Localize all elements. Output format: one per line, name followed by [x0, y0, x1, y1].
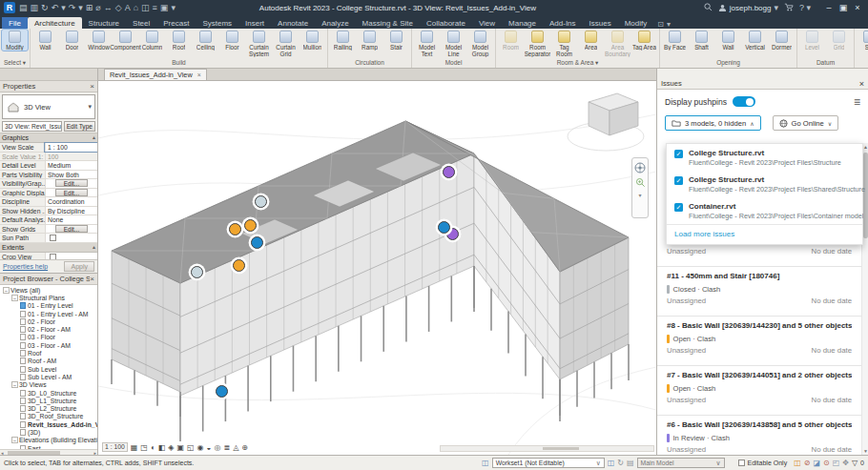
worksharing-display-icon[interactable]: ⊕ — [241, 443, 248, 452]
restore-button[interactable]: ▣ — [837, 3, 850, 12]
section-icon[interactable]: ◫ — [141, 2, 150, 13]
property-value-default-analys[interactable]: None — [45, 215, 97, 224]
tree-item-01-entry-level[interactable]: 01 - Entry Level — [0, 302, 97, 310]
drag-elements-on-selection-icon[interactable]: ✥ — [842, 459, 849, 468]
sun-path-icon[interactable]: ◐ — [151, 443, 155, 452]
property-value-view-scale[interactable]: 1 : 100 — [45, 143, 97, 152]
open-icon[interactable]: ▤ — [19, 2, 28, 13]
expander-icon[interactable]: − — [11, 381, 18, 388]
steering-wheel-icon[interactable] — [634, 162, 646, 174]
ribbon-button-set[interactable]: Set — [857, 30, 868, 51]
show-crop-region-icon[interactable]: ◱ — [187, 443, 195, 452]
print-icon[interactable]: ⊞ — [86, 2, 93, 13]
instance-selector[interactable]: 3D View: Revit_Issues_Ad∨ — [2, 121, 62, 132]
ribbon-tab-massing-site[interactable]: Massing & Site — [356, 17, 420, 29]
view-tab[interactable]: Revit_Issues_Add-in_View × — [104, 69, 207, 80]
cycle-ribbon-icon[interactable]: ⊡ — [657, 20, 664, 29]
ribbon-button-by-face[interactable]: By Face — [662, 30, 688, 51]
ribbon-button-dormer[interactable]: Dormer — [769, 30, 795, 51]
ribbon-tab-insert[interactable]: Insert — [238, 17, 271, 29]
redo-dropdown-icon[interactable]: ▾ — [78, 2, 83, 13]
ribbon-tab-precast[interactable]: Precast — [156, 17, 196, 29]
editable-only-checkbox[interactable] — [738, 460, 745, 466]
load-more-issues-link[interactable]: Load more issues — [667, 224, 862, 244]
reveal-hidden-elements-icon[interactable]: ◎ — [214, 443, 220, 452]
issue-card-11[interactable]: #11 - 450mm and Stair [180746]Closed · C… — [657, 267, 861, 317]
property-group-graphics[interactable]: Graphics▴ — [0, 133, 97, 143]
tree-item-03-floor-am[interactable]: 03 - Floor - AM — [0, 341, 97, 349]
edit-button-graphic-displa[interactable]: Edit... — [55, 189, 88, 196]
temporary-hide-isolate-icon[interactable]: ◒ — [207, 443, 212, 452]
ribbon-state-dropdown-icon[interactable]: ▾ — [667, 20, 671, 29]
checkbox-sun-path[interactable] — [50, 235, 56, 241]
ribbon-button-door[interactable]: Door — [59, 30, 85, 51]
ribbon-button-area[interactable]: Area — [578, 30, 604, 51]
property-value-parts-visibility[interactable]: Show Both — [45, 171, 97, 179]
visual-style-icon[interactable]: ◳ — [140, 443, 148, 452]
ribbon-button-column[interactable]: Column — [139, 30, 165, 51]
tree-item-views-all[interactable]: −Views (all) — [0, 286, 97, 294]
design-option-selector[interactable]: Main Model∨ — [637, 458, 725, 468]
workset-selector[interactable]: Workset1 (Not Editable)∨ — [492, 458, 605, 468]
filter-icon[interactable]: ▽ — [852, 459, 858, 467]
tag-icon[interactable]: ◇ — [115, 2, 122, 13]
ribbon-button-tag-area[interactable]: Tag Area — [631, 30, 657, 51]
type-selector[interactable]: 3D View ▾ — [2, 94, 95, 119]
model-checkbox[interactable]: ✓ — [674, 203, 683, 212]
ribbon-button-wall[interactable]: Wall — [32, 30, 58, 51]
model-row-container-rvt[interactable]: ✓Container.rvtFluent\College - Revit 202… — [667, 197, 862, 224]
issues-panel-close-icon[interactable]: × — [859, 79, 864, 89]
issue-pushpin-8[interactable] — [438, 221, 450, 234]
tree-item-revit-issues-add-in-v[interactable]: Revit_Issues_Add-in_V — [0, 420, 97, 428]
ribbon-tab-systems[interactable]: Systems — [196, 17, 238, 29]
tree-item-sub-level-am[interactable]: Sub Level - AM — [0, 373, 97, 380]
ribbon-button-mullion[interactable]: Mullion — [300, 30, 325, 51]
ribbon-button-component[interactable]: Component — [113, 30, 138, 51]
issue-pushpin-6[interactable] — [191, 266, 203, 278]
models-filter-button[interactable]: 3 models, 0 hidden ∧ — [665, 115, 761, 131]
search-icon[interactable] — [704, 3, 713, 13]
ribbon-tab-modify[interactable]: Modify — [618, 17, 654, 29]
navbar-dropdown-icon[interactable]: ▾ — [638, 192, 641, 198]
ribbon-button-model-text[interactable]: Model Text — [414, 30, 440, 57]
ribbon-tab-structure[interactable]: Structure — [82, 17, 126, 29]
ribbon-tab-annotate[interactable]: Annotate — [271, 17, 315, 29]
issue-card-8[interactable]: #8 - Basic Wall [320639/144230] and 5 ot… — [657, 317, 861, 366]
ribbon-button-tag-room[interactable]: Tag Room — [551, 30, 577, 57]
ribbon-button-model-line[interactable]: Model Line — [441, 30, 466, 57]
view-tab-close-icon[interactable]: × — [197, 72, 201, 78]
ribbon-button-room-separator[interactable]: Room Separator — [525, 30, 550, 57]
ribbon-tab-add-ins[interactable]: Add-Ins — [543, 17, 583, 29]
ribbon-tab-manage[interactable]: Manage — [502, 17, 543, 29]
ribbon-button-curtain-system[interactable]: Curtain System — [246, 30, 272, 57]
ribbon-button-vertical[interactable]: Vertical — [742, 30, 768, 51]
close-button[interactable]: × — [851, 3, 864, 12]
canvas-hscrollbar[interactable] — [440, 445, 654, 452]
project-browser-close-icon[interactable]: × — [90, 275, 94, 283]
ribbon-button-ceiling[interactable]: Ceiling — [193, 30, 218, 51]
tree-item-3d-l0-structure[interactable]: 3D_L0_Structure — [0, 389, 97, 397]
issue-pushpin-9[interactable] — [216, 385, 228, 398]
go-online-button[interactable]: Go Online ∨ — [773, 115, 839, 131]
ribbon-tab-collaborate[interactable]: Collaborate — [420, 17, 472, 29]
issue-pushpin-1[interactable] — [255, 195, 267, 208]
tree-item-roof[interactable]: Roof — [0, 349, 97, 357]
zoom-tool-icon[interactable] — [635, 177, 646, 188]
expander-icon[interactable]: − — [11, 437, 18, 443]
tree-item-3d-roof-structure[interactable]: 3D_Roof_Structure — [0, 413, 97, 420]
select-links-icon[interactable]: ⊘ — [804, 459, 811, 468]
default-3d-view-icon[interactable]: ⌂ — [134, 2, 138, 13]
app-menu-button[interactable]: R — [4, 2, 15, 13]
tree-item-elevations-building-elevation[interactable]: −Elevations (Building Elevation — [0, 437, 97, 444]
measure-icon[interactable]: ⌀ — [95, 2, 100, 13]
issue-pushpin-2[interactable] — [229, 223, 241, 235]
ribbon-button-curtain-grid[interactable]: Curtain Grid — [273, 30, 299, 57]
issue-pushpin-4[interactable] — [251, 236, 263, 249]
drawing-area[interactable]: ▾ 1 : 100 ▦◳◐◧◈▣◱◉◒◎≣◬⊕ — [98, 81, 656, 455]
expander-icon[interactable]: − — [11, 295, 18, 301]
edit-button-show-grids[interactable]: Edit... — [55, 225, 88, 233]
ribbon-button-shaft[interactable]: Shaft — [689, 30, 714, 51]
edit-button-visibility-grap[interactable]: Edit... — [55, 179, 88, 187]
model-row-college-structure-rvt[interactable]: ✓College Structure.rvtFluent\College - R… — [667, 171, 862, 197]
temporary-view-properties-icon[interactable]: ≣ — [223, 443, 230, 452]
